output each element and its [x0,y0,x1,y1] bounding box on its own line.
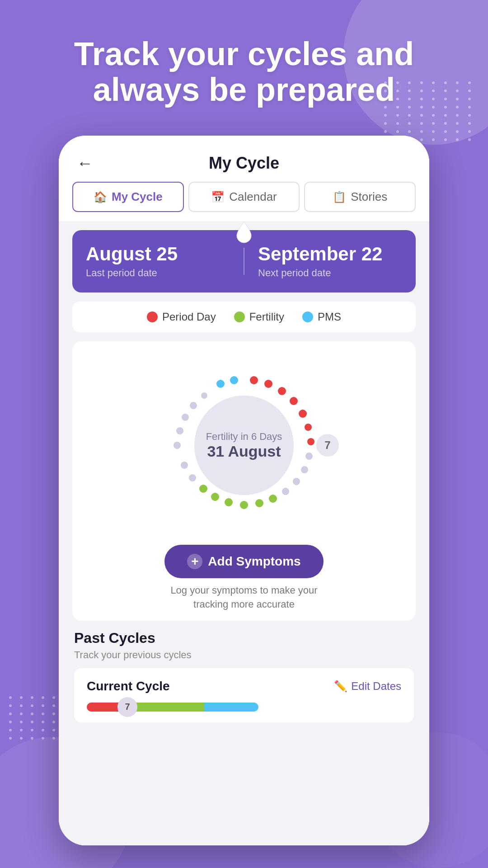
svg-point-25 [181,462,188,469]
legend-fertility-label: Fertility [249,311,284,323]
svg-point-12 [305,424,312,431]
svg-point-18 [269,495,277,503]
svg-point-14 [305,453,313,460]
plus-icon: + [187,554,202,569]
past-cycles-section: Past Cycles Track your previous cycles C… [72,630,416,722]
legend-period-day: Period Day [147,311,216,323]
last-period-col: August 25 Last period date [86,244,230,279]
svg-point-9 [278,387,286,395]
svg-point-23 [199,485,207,493]
svg-point-15 [301,466,308,473]
edit-dates-button[interactable]: ✏️ Edit Dates [334,680,401,693]
svg-point-7 [250,376,258,384]
svg-point-21 [225,498,233,506]
svg-point-3 [190,402,197,409]
svg-point-0 [174,442,181,449]
svg-point-17 [282,488,289,495]
edit-dates-label: Edit Dates [351,680,401,693]
current-cycle-card: Current Cycle ✏️ Edit Dates 7 [74,668,414,722]
headline: Track your cycles and always be prepared [0,36,488,108]
calendar-icon: 📅 [211,191,225,203]
stories-icon: 📋 [333,191,346,203]
tab-my-cycle-label: My Cycle [112,190,163,204]
last-period-label: Last period date [86,267,230,279]
svg-point-5 [216,380,225,388]
next-period-label: Next period date [258,267,402,279]
legend-pms-label: PMS [318,311,341,323]
add-symptoms-button[interactable]: + Add Symptoms [164,545,323,578]
wheel-center: Fertility in 6 Days 31 August [194,396,294,495]
past-cycles-subtitle: Track your previous cycles [74,649,414,661]
drop-icon [233,221,255,244]
legend-row: Period Day Fertility PMS [72,302,416,332]
cycle-day-badge: 7 [117,697,137,717]
tab-bar: 🏠 My Cycle 📅 Calendar 📋 Stories [59,182,429,221]
tab-stories[interactable]: 📋 Stories [304,182,416,212]
svg-point-8 [264,380,272,388]
current-cycle-title: Current Cycle [87,679,170,693]
fertility-dot [234,311,245,322]
tab-stories-label: Stories [351,190,387,204]
content-area: August 25 Last period date September 22 … [59,221,429,845]
svg-point-22 [211,493,219,501]
legend-fertility: Fertility [234,311,284,323]
last-period-date: August 25 [86,244,230,264]
svg-point-24 [189,474,196,481]
app-title: My Cycle [209,154,279,173]
svg-point-19 [255,499,263,507]
past-cycles-title: Past Cycles [74,630,414,646]
svg-point-13 [307,438,314,445]
tab-calendar-label: Calendar [229,190,277,204]
date-divider [244,248,244,275]
wheel-container: Fertility in 6 Days 31 August 7 [154,355,334,536]
cycle-wheel-card: Fertility in 6 Days 31 August 7 + Add Sy… [72,341,416,621]
pms-segment [204,703,258,712]
back-button[interactable]: ← [77,154,93,173]
svg-point-11 [299,410,307,418]
app-header: ← My Cycle [59,136,429,182]
period-dates-card: August 25 Last period date September 22 … [72,230,416,292]
next-period-date: September 22 [258,244,402,264]
svg-point-10 [290,397,298,405]
fertility-label: Fertility in 6 Days [206,431,282,443]
cycle-card-header: Current Cycle ✏️ Edit Dates [87,679,401,693]
next-period-col: September 22 Next period date [258,244,402,279]
legend-pms: PMS [302,311,341,323]
add-symptoms-label: Add Symptoms [208,554,300,569]
svg-point-6 [230,376,238,384]
fertility-date: 31 August [207,443,281,460]
svg-point-4 [201,392,207,399]
phone-inner: ← My Cycle 🏠 My Cycle 📅 Calendar 📋 Stori… [59,136,429,845]
home-icon: 🏠 [94,191,107,203]
tab-calendar[interactable]: 📅 Calendar [188,182,300,212]
edit-icon: ✏️ [334,680,347,693]
svg-point-16 [293,478,300,485]
svg-point-20 [240,501,248,509]
svg-point-2 [182,414,189,421]
period-day-dot [147,311,158,322]
phone-frame: ← My Cycle 🏠 My Cycle 📅 Calendar 📋 Stori… [59,136,429,845]
symptoms-hint: Log your symptoms to make yourtracking m… [170,584,317,612]
cycle-progress-bar: 7 [87,703,401,712]
legend-period-label: Period Day [162,311,216,323]
svg-point-1 [176,427,183,434]
day-badge: 7 [316,434,339,457]
pms-dot [302,311,313,322]
tab-my-cycle[interactable]: 🏠 My Cycle [72,182,184,212]
